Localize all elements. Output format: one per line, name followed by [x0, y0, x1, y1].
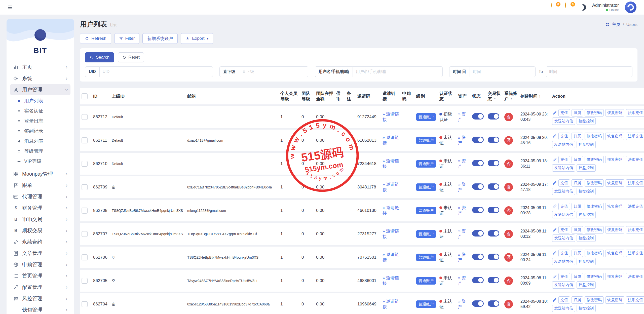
- attribution-button[interactable]: 归属: [572, 109, 583, 116]
- trade-status-toggle[interactable]: [488, 277, 499, 283]
- sidebar-subitem-vip-levels[interactable]: VIP等级: [10, 156, 70, 166]
- fiat-recharge-button[interactable]: 法币充值: [626, 203, 644, 210]
- row-checkbox[interactable]: [82, 254, 88, 260]
- time-from-input[interactable]: [470, 66, 536, 77]
- fiat-recharge-button[interactable]: 法币充值: [626, 109, 644, 116]
- recharge-button[interactable]: 充值: [558, 203, 570, 210]
- attribution-button[interactable]: 归属: [572, 273, 583, 280]
- attribution-button[interactable]: 归属: [572, 133, 583, 140]
- fiat-recharge-button[interactable]: 法币充值: [626, 250, 644, 257]
- attribution-button[interactable]: 归属: [572, 156, 583, 163]
- row-checkbox[interactable]: [82, 301, 88, 307]
- sidebar-item-risk[interactable]: 风控管理 ›: [10, 293, 70, 304]
- fiat-recharge-button[interactable]: 法币充值: [626, 273, 644, 280]
- row-checkbox[interactable]: [82, 278, 88, 284]
- invite-link[interactable]: » 邀请链接: [383, 276, 399, 286]
- fiat-recharge-button[interactable]: 法币充值: [626, 156, 644, 163]
- attribution-button[interactable]: 归属: [572, 203, 583, 210]
- send-message-button[interactable]: 发送站内信: [552, 141, 575, 148]
- sidebar-subitem-user-list[interactable]: 用户列表: [10, 96, 70, 106]
- filter-button[interactable]: Filter: [114, 33, 140, 44]
- trade-status-toggle[interactable]: [488, 183, 499, 190]
- trade-status-toggle[interactable]: [488, 254, 499, 260]
- edit-icon[interactable]: [552, 110, 557, 115]
- row-checkbox[interactable]: [82, 231, 88, 237]
- recharge-button[interactable]: 充值: [558, 226, 570, 233]
- uid-input[interactable]: [99, 66, 213, 77]
- send-message-button[interactable]: 发送站内信: [552, 164, 575, 172]
- status-toggle[interactable]: [472, 230, 484, 237]
- trade-status-toggle[interactable]: [488, 160, 499, 166]
- fiat-recharge-button[interactable]: 法币充值: [626, 133, 644, 140]
- trade-status-toggle[interactable]: [488, 300, 499, 307]
- sidebar-item-subscription[interactable]: 申购管理 ›: [10, 259, 70, 270]
- restore-password-button[interactable]: 恢复密码: [605, 226, 624, 233]
- asset-link[interactable]: » 资产: [458, 229, 466, 239]
- breadcrumb-home-link[interactable]: 主页: [612, 22, 621, 27]
- trade-control-button[interactable]: 控盘控制: [577, 211, 596, 218]
- change-password-button[interactable]: 修改密码: [585, 133, 604, 140]
- recharge-button[interactable]: 充值: [558, 250, 570, 257]
- asset-link[interactable]: » 资产: [458, 135, 466, 145]
- trade-control-button[interactable]: 控盘控制: [577, 305, 596, 312]
- sidebar-subitem-checkin-records[interactable]: 签到记录: [10, 126, 70, 136]
- restore-password-button[interactable]: 恢复密码: [605, 133, 624, 140]
- sidebar-item-copy-trading[interactable]: 跟单 ›: [10, 180, 70, 191]
- add-system-account-button[interactable]: 新增系统账户: [142, 33, 178, 44]
- dark-mode-moon-icon[interactable]: [579, 3, 587, 11]
- asset-link[interactable]: » 资产: [458, 276, 466, 286]
- user-input[interactable]: [353, 66, 443, 77]
- row-checkbox[interactable]: [82, 184, 88, 190]
- change-password-button[interactable]: 修改密码: [585, 296, 604, 304]
- asset-link[interactable]: » 资产: [458, 252, 466, 262]
- sidebar-item-homepage[interactable]: 首页管理 ›: [10, 270, 70, 282]
- change-password-button[interactable]: 修改密码: [585, 156, 604, 163]
- fiat-recharge-button[interactable]: 法币充值: [626, 179, 644, 187]
- row-checkbox[interactable]: [82, 114, 88, 120]
- fiat-recharge-button[interactable]: 法币充值: [626, 296, 644, 304]
- row-checkbox[interactable]: [82, 137, 88, 143]
- restore-password-button[interactable]: 恢复密码: [605, 273, 624, 280]
- trade-control-button[interactable]: 控盘控制: [577, 188, 596, 195]
- send-message-button[interactable]: 发送站内信: [552, 117, 575, 125]
- recharge-button[interactable]: 充值: [558, 133, 570, 140]
- trade-control-button[interactable]: 控盘控制: [577, 141, 596, 148]
- sidebar-item-user-management[interactable]: 用户管理 ›: [10, 84, 70, 95]
- sidebar-item-wallet[interactable]: 钱包管理 ›: [10, 304, 70, 314]
- reward-coin-icon-1[interactable]: 0: [551, 3, 559, 12]
- reward-coin-icon-2[interactable]: 0: [565, 3, 574, 12]
- send-message-button[interactable]: 发送站内信: [552, 281, 575, 289]
- invite-link[interactable]: » 邀请链接: [383, 182, 399, 192]
- attribution-button[interactable]: 归属: [572, 179, 583, 187]
- row-checkbox[interactable]: [82, 161, 88, 167]
- sidebar-subitem-login-logs[interactable]: 登录日志: [10, 116, 70, 126]
- edit-icon[interactable]: [552, 251, 557, 256]
- send-message-button[interactable]: 发送站内信: [552, 258, 575, 265]
- attribution-button[interactable]: 归属: [572, 250, 583, 257]
- status-toggle[interactable]: [472, 277, 484, 283]
- send-message-button[interactable]: 发送站内信: [552, 234, 575, 242]
- sidebar-item-perpetual[interactable]: 永续合约 ›: [10, 236, 70, 248]
- attribution-button[interactable]: 归属: [572, 296, 583, 304]
- sidebar-item-system[interactable]: 系统 ›: [10, 73, 70, 84]
- recharge-button[interactable]: 充值: [558, 179, 570, 187]
- trade-control-button[interactable]: 控盘控制: [577, 258, 596, 265]
- search-button[interactable]: Search: [85, 52, 114, 62]
- edit-icon[interactable]: [552, 274, 557, 279]
- sidebar-item-moonpay[interactable]: Moonpay管理 ›: [10, 168, 70, 180]
- asset-link[interactable]: » 资产: [458, 112, 466, 122]
- edit-icon[interactable]: [552, 227, 557, 232]
- trade-control-button[interactable]: 控盘控制: [577, 234, 596, 242]
- status-toggle[interactable]: [472, 160, 484, 166]
- breadcrumb-current[interactable]: Users: [626, 22, 637, 27]
- time-to-input[interactable]: [546, 66, 632, 77]
- restore-password-button[interactable]: 恢复密码: [605, 296, 624, 304]
- trade-status-toggle[interactable]: [488, 113, 499, 120]
- subordinate-input[interactable]: [239, 66, 308, 77]
- status-toggle[interactable]: [472, 254, 484, 260]
- avatar[interactable]: [625, 2, 636, 13]
- col-header-created-at[interactable]: 创建时间 ↑: [519, 88, 551, 104]
- invite-link[interactable]: » 邀请链接: [383, 112, 399, 122]
- status-toggle[interactable]: [472, 183, 484, 190]
- select-all-checkbox[interactable]: [82, 93, 88, 99]
